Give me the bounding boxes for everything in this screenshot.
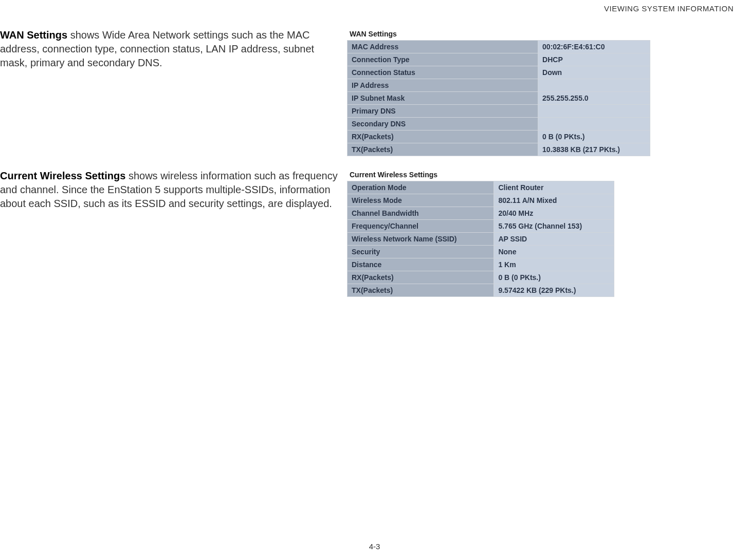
wireless-row-label: Frequency/Channel bbox=[348, 220, 494, 233]
wireless-row-label: TX(Packets) bbox=[348, 284, 494, 297]
table-row: TX(Packets)9.57422 KB (229 PKts.) bbox=[348, 284, 614, 297]
table-row: Channel Bandwidth20/40 MHz bbox=[348, 207, 614, 220]
table-row: Primary DNS bbox=[348, 105, 650, 118]
table-row: Wireless Mode802.11 A/N Mixed bbox=[348, 194, 614, 207]
wireless-row-label: RX(Packets) bbox=[348, 271, 494, 284]
wan-settings-table: MAC Address00:02:6F:E4:61:C0Connection T… bbox=[347, 40, 650, 156]
wan-row-value: 0 B (0 PKts.) bbox=[538, 130, 650, 143]
wan-row-value: 255.255.255.0 bbox=[538, 92, 650, 105]
wan-settings-panel: WAN Settings MAC Address00:02:6F:E4:61:C… bbox=[347, 28, 650, 156]
wireless-row-value: 9.57422 KB (229 PKts.) bbox=[494, 284, 614, 297]
table-row: TX(Packets)10.3838 KB (217 PKts.) bbox=[348, 143, 650, 156]
wireless-section: Current Wireless Settings shows wireless… bbox=[0, 169, 734, 297]
wan-row-label: Connection Type bbox=[348, 53, 538, 66]
wan-row-label: RX(Packets) bbox=[348, 130, 538, 143]
wan-row-value bbox=[538, 79, 650, 92]
wan-panel-title: WAN Settings bbox=[347, 28, 650, 40]
wireless-row-label: Wireless Network Name (SSID) bbox=[348, 233, 494, 246]
table-row: IP Address bbox=[348, 79, 650, 92]
table-row: Secondary DNS bbox=[348, 118, 650, 130]
wireless-row-label: Wireless Mode bbox=[348, 194, 494, 207]
wan-row-label: MAC Address bbox=[348, 41, 538, 53]
wireless-row-value: AP SSID bbox=[494, 233, 614, 246]
wan-row-label: TX(Packets) bbox=[348, 143, 538, 156]
wan-row-label: IP Address bbox=[348, 79, 538, 92]
table-row: RX(Packets)0 B (0 PKts.) bbox=[348, 271, 614, 284]
wireless-row-label: Security bbox=[348, 246, 494, 258]
table-row: Frequency/Channel5.765 GHz (Channel 153) bbox=[348, 220, 614, 233]
wireless-row-value: 1 Km bbox=[494, 258, 614, 271]
table-row: IP Subnet Mask255.255.255.0 bbox=[348, 92, 650, 105]
wireless-description: Current Wireless Settings shows wireless… bbox=[0, 169, 347, 211]
wan-row-label: Primary DNS bbox=[348, 105, 538, 118]
table-row: Operation ModeClient Router bbox=[348, 181, 614, 194]
wireless-settings-panel: Current Wireless Settings Operation Mode… bbox=[347, 169, 614, 297]
content-area: WAN Settings shows Wide Area Network set… bbox=[0, 0, 749, 297]
wireless-title-bold: Current Wireless Settings bbox=[0, 170, 125, 181]
wireless-row-label: Operation Mode bbox=[348, 181, 494, 194]
wan-section: WAN Settings shows Wide Area Network set… bbox=[0, 28, 734, 156]
table-row: SecurityNone bbox=[348, 246, 614, 258]
wan-row-label: Secondary DNS bbox=[348, 118, 538, 130]
wireless-row-value: 802.11 A/N Mixed bbox=[494, 194, 614, 207]
wan-row-value: DHCP bbox=[538, 53, 650, 66]
wan-row-label: Connection Status bbox=[348, 66, 538, 79]
wireless-row-value: 0 B (0 PKts.) bbox=[494, 271, 614, 284]
wireless-row-label: Channel Bandwidth bbox=[348, 207, 494, 220]
wireless-panel-title: Current Wireless Settings bbox=[347, 169, 614, 181]
wireless-settings-table: Operation ModeClient RouterWireless Mode… bbox=[347, 181, 614, 297]
page-header: VIEWING SYSTEM INFORMATION bbox=[604, 4, 734, 13]
wan-row-value: 10.3838 KB (217 PKts.) bbox=[538, 143, 650, 156]
wan-row-value: 00:02:6F:E4:61:C0 bbox=[538, 41, 650, 53]
wan-row-value: Down bbox=[538, 66, 650, 79]
wan-description: WAN Settings shows Wide Area Network set… bbox=[0, 28, 347, 70]
wireless-row-label: Distance bbox=[348, 258, 494, 271]
wan-row-label: IP Subnet Mask bbox=[348, 92, 538, 105]
table-row: Wireless Network Name (SSID)AP SSID bbox=[348, 233, 614, 246]
page-number: 4-3 bbox=[369, 542, 380, 551]
wireless-row-value: Client Router bbox=[494, 181, 614, 194]
wireless-row-value: None bbox=[494, 246, 614, 258]
table-row: RX(Packets)0 B (0 PKts.) bbox=[348, 130, 650, 143]
table-row: Connection StatusDown bbox=[348, 66, 650, 79]
wan-row-value bbox=[538, 118, 650, 130]
wan-row-value bbox=[538, 105, 650, 118]
table-row: Connection TypeDHCP bbox=[348, 53, 650, 66]
wan-title-bold: WAN Settings bbox=[0, 29, 67, 41]
wireless-row-value: 5.765 GHz (Channel 153) bbox=[494, 220, 614, 233]
wireless-row-value: 20/40 MHz bbox=[494, 207, 614, 220]
table-row: MAC Address00:02:6F:E4:61:C0 bbox=[348, 41, 650, 53]
table-row: Distance1 Km bbox=[348, 258, 614, 271]
